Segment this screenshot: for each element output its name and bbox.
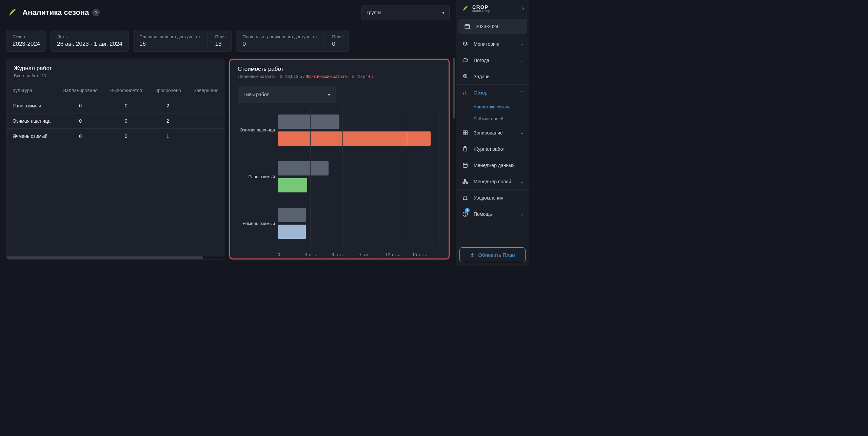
actual-value: 19,544.1 (357, 74, 374, 79)
journal-title: Журнал работ (14, 65, 217, 72)
layers-icon (461, 41, 469, 47)
sidebar-journal[interactable]: Журнал работ (456, 141, 529, 157)
topbar: Аналитика сезона ? Группа ▾ (0, 0, 456, 25)
chart-x-tick: 15 тыс. (412, 252, 439, 257)
sidebar-weather[interactable]: Погода ⌄ (456, 52, 529, 68)
journal-table-wrap[interactable]: Культура Запланировано Выполнняется Прос… (6, 83, 225, 256)
sidebar-item-label: Журнал работ (474, 146, 505, 152)
cell-done (188, 98, 225, 113)
svg-point-6 (465, 76, 466, 77)
stat-label: Сезон (13, 34, 40, 39)
chart-x-tick: 3 тыс. (304, 252, 331, 257)
database-icon (461, 162, 469, 168)
help-icon[interactable]: ? (92, 9, 100, 16)
svg-rect-12 (463, 133, 465, 134)
col-overdue[interactable]: Просрочено (148, 83, 187, 98)
group-select[interactable]: Группа ▾ (361, 5, 450, 20)
sidebar-monitoring[interactable]: Мониторинг ⌄ (456, 36, 529, 52)
stat-dates[interactable]: Даты 26 авг. 2023 - 1 авг. 2024 (51, 30, 129, 52)
stat-value: 0 (332, 41, 343, 47)
sidebar-item-label: Обзор (474, 90, 487, 96)
brand-bot: monitoring (472, 9, 490, 13)
table-row[interactable]: Ячмень озимый001 (6, 129, 225, 144)
col-crop[interactable]: Культура (6, 83, 57, 98)
update-plan-button[interactable]: Обновить План (459, 247, 526, 262)
stat-label: Площадь ограниченного доступа, га (242, 34, 317, 39)
update-plan-label: Обновить План (478, 252, 515, 258)
help-badge: 9 (465, 208, 470, 213)
chevron-down-icon: ⌄ (520, 130, 524, 135)
chart-bar-actual[interactable] (278, 131, 431, 146)
cell-planned: 0 (57, 129, 104, 144)
chevron-down-icon: ▾ (328, 92, 330, 97)
cell-overdue: 2 (148, 113, 187, 129)
stat-limited-access[interactable]: Площадь ограниченного доступа, га 0 Поля… (236, 30, 349, 52)
main-vscroll[interactable] (453, 58, 455, 176)
journal-hscroll-thumb[interactable] (6, 256, 203, 259)
sidebar-overview[interactable]: Обзор ⌃ (456, 85, 529, 101)
chart-bar-actual[interactable] (278, 225, 306, 239)
table-row[interactable]: Озимая пшеница002 (6, 113, 225, 129)
x-axis: 03 тыс.6 тыс.9 тыс.12 тыс.15 тыс. (230, 250, 449, 258)
chart-x-tick: 12 тыс. (385, 252, 412, 257)
col-done[interactable]: Завершено (188, 83, 225, 98)
cell-crop: Рапс озимый (6, 98, 57, 113)
sidebar-notifications[interactable]: Уведомления (456, 190, 529, 206)
journal-hscroll[interactable] (6, 256, 225, 259)
sidebar-item-label: Менеджер данных (474, 163, 514, 168)
upload-icon (470, 252, 475, 257)
cell-planned: 0 (57, 98, 104, 113)
stat-label: Площадь полного доступа, га (139, 34, 200, 39)
col-running[interactable]: Выполнняется (104, 83, 148, 98)
sidebar-sub-analytics[interactable]: Аналитика сезона (456, 101, 529, 113)
stat-season[interactable]: Сезон 2023-2024 (6, 30, 46, 52)
sidebar-zoning[interactable]: Зонирование ⌄ (456, 125, 529, 141)
chart-bar-actual[interactable] (278, 178, 307, 192)
chart-bar-group (278, 107, 439, 153)
svg-rect-0 (465, 25, 470, 29)
chart-x-tick: 9 тыс. (358, 252, 385, 257)
brand-top: CROP (472, 4, 490, 9)
sidebar-data-manager[interactable]: Менеджер данных (456, 157, 529, 173)
planned-value: 13,013.5 (285, 74, 302, 79)
sidebar-help[interactable]: 9 Помощь ⌄ (456, 206, 529, 222)
sidebar-header[interactable]: CROP monitoring › (456, 0, 529, 17)
sidebar-field-manager[interactable]: Менеджер полей ⌄ (456, 173, 529, 190)
stat-value: 13 (215, 41, 226, 47)
chevron-down-icon: ▾ (442, 10, 445, 15)
svg-rect-11 (466, 131, 467, 132)
cost-chart: Озимая пшеницаРапс озимыйЯчмень озимый (230, 107, 449, 250)
col-planned[interactable]: Запланировано (57, 83, 104, 98)
stat-full-access[interactable]: Площадь полного доступа, га 16 Поля 13 (133, 30, 232, 52)
cell-overdue: 1 (148, 129, 187, 144)
sidebar-season[interactable]: 2023-2024 (458, 19, 527, 34)
chart-select-label: Типы работ (243, 92, 269, 97)
chart-bar-planned[interactable] (278, 208, 306, 222)
cell-done (188, 113, 225, 129)
page-title: Аналитика сезона (22, 8, 89, 17)
chart-icon (461, 90, 469, 96)
grid-icon (461, 130, 469, 136)
cell-planned: 0 (57, 113, 104, 129)
sidebar-sub-rating[interactable]: Рейтинг полей (456, 113, 529, 125)
tree-icon (461, 179, 469, 185)
chevron-up-icon: ⌃ (520, 90, 524, 95)
chart-bar-planned[interactable] (278, 161, 329, 175)
chart-y-label: Рапс озимый (234, 153, 278, 200)
svg-rect-13 (466, 133, 467, 134)
brand-logo-icon (461, 4, 470, 13)
chart-type-select[interactable]: Типы работ ▾ (238, 86, 336, 103)
cloud-icon (461, 57, 469, 63)
stat-value: 2023-2024 (13, 41, 40, 47)
chart-y-label: Ячмень озимый (234, 200, 278, 247)
cell-running: 0 (104, 98, 148, 113)
chevron-right-icon: › (522, 5, 524, 12)
chart-bar-planned[interactable] (278, 115, 339, 129)
svg-rect-19 (466, 182, 468, 184)
chevron-down-icon: ⌄ (520, 42, 524, 46)
sidebar-tasks[interactable]: Задачи (456, 68, 529, 85)
table-row[interactable]: Рапс озимый002 (6, 98, 225, 113)
svg-rect-18 (463, 182, 465, 184)
main-vscroll-thumb[interactable] (453, 58, 455, 119)
cell-running: 0 (104, 113, 148, 129)
